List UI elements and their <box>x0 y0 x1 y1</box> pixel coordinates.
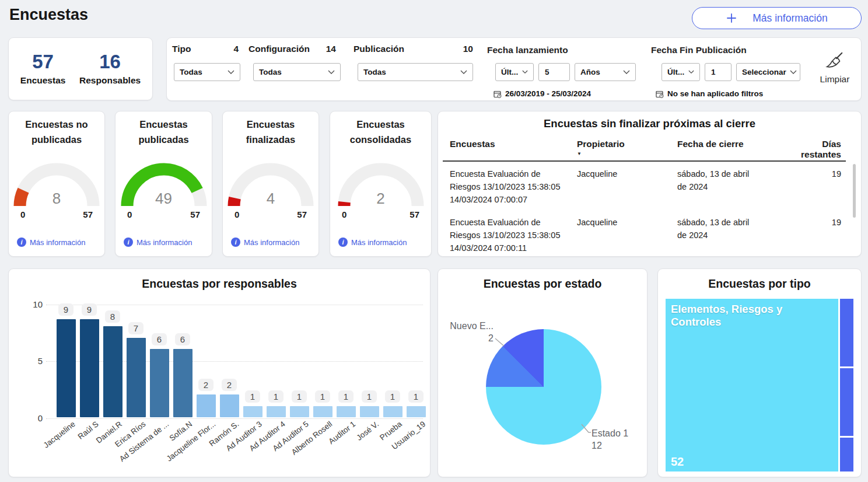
fecha-lanzamiento-number-input[interactable]: 5 <box>538 63 570 81</box>
gauge-card-publicadas: Encuestas publicadas 49 0 57 i Más infor… <box>115 111 212 257</box>
info-icon: i <box>231 237 240 247</box>
filter-bar: Tipo 4 Todas Configuración 14 Todas Publ… <box>166 37 862 101</box>
bar-value-chip: 8 <box>105 310 120 323</box>
bar-chart-card: Encuestas por responsables 10 5 0 9Jacqu… <box>8 268 430 477</box>
bar[interactable] <box>407 406 426 418</box>
filter-tipo: Tipo 4 <box>172 44 239 54</box>
sort-descending-icon: ▼ <box>577 151 677 156</box>
bar[interactable] <box>243 406 262 418</box>
bar-column: 1Prueba <box>381 303 404 417</box>
column-header-propietario[interactable]: Propietario ▼ <box>577 139 677 160</box>
bar[interactable] <box>383 406 402 418</box>
chevron-down-icon <box>328 70 335 75</box>
table-card: Encuestas sin finalizar próximas al cier… <box>438 111 862 257</box>
column-header-fecha[interactable]: Fecha de cierre <box>677 139 782 160</box>
gauge-more-info-link[interactable]: i Más información <box>124 237 192 247</box>
y-axis-tick: 0 <box>23 413 43 423</box>
table-row: Encuesta Evaluación de Riesgos 13/10/202… <box>450 165 841 214</box>
pie-chart-title: Encuestas por estado <box>438 277 647 291</box>
filter-publicacion-count: 10 <box>463 44 473 54</box>
bar[interactable] <box>360 406 379 418</box>
fecha-fin-mode-dropdown[interactable]: Últ... <box>662 63 700 81</box>
bar[interactable] <box>197 394 216 417</box>
filter-publicacion-label: Publicación <box>354 44 404 54</box>
bar[interactable] <box>103 326 123 417</box>
bar[interactable] <box>173 349 192 417</box>
chevron-down-icon <box>688 70 694 74</box>
bar-column: 1Ad Auditor 3 <box>241 303 264 417</box>
bar-value-chip: 9 <box>82 303 97 316</box>
category-label: José V. <box>355 420 380 442</box>
bar-value-chip: 1 <box>385 390 400 403</box>
table-row: Encuesta Evaluación de Riesgos 13/10/202… <box>450 214 841 256</box>
info-icon: i <box>17 237 26 247</box>
treemap-side-column <box>840 299 853 471</box>
pie-chart[interactable] <box>486 329 601 445</box>
gauge-max: 57 <box>297 209 307 219</box>
gauge-title: Encuestas finalizadas <box>223 117 318 147</box>
bar[interactable] <box>337 406 356 418</box>
table-title: Encuestas sin finalizar próximas al cier… <box>438 117 861 130</box>
gauge-value: 4 <box>223 190 318 208</box>
fecha-lanzamiento-range: 26/03/2019 - 25/03/2024 <box>494 89 591 98</box>
bar[interactable] <box>220 394 239 417</box>
bar-chart-title: Encuestas por responsables <box>9 277 430 291</box>
gauge-more-info-link[interactable]: i Más información <box>338 237 407 247</box>
bar[interactable] <box>290 406 309 418</box>
kpi-encuestas-value: 57 <box>20 50 66 74</box>
gauge-max: 57 <box>410 209 419 219</box>
fecha-fin-unit-dropdown[interactable]: Seleccionar <box>736 63 800 81</box>
limpiar-button[interactable]: Limpiar <box>812 51 858 85</box>
y-axis-tick: 5 <box>23 356 43 366</box>
gauge-value: 8 <box>9 190 104 208</box>
treemap-tile[interactable] <box>840 368 853 436</box>
treemap-tile[interactable] <box>840 438 853 471</box>
bar-value-chip: 1 <box>245 390 260 403</box>
y-axis-tick: 10 <box>23 299 43 309</box>
bar-column: 1Ad Auditor 4 <box>264 303 288 417</box>
bar-column: 6Sofía.N <box>171 303 194 417</box>
bar[interactable] <box>57 319 76 417</box>
filter-publicacion-dropdown[interactable]: Todas <box>358 63 473 81</box>
filter-configuracion: Configuración 14 <box>249 44 336 54</box>
filter-configuracion-dropdown[interactable]: Todas <box>253 63 341 81</box>
treemap: Elementos, Riesgos y Controles 52 <box>666 299 853 471</box>
gauge-title: Encuestas publicadas <box>116 117 212 147</box>
chevron-down-icon <box>522 70 528 74</box>
fecha-lanzamiento-unit-dropdown[interactable]: Años <box>575 63 636 81</box>
treemap-tile[interactable] <box>840 299 853 366</box>
column-header-dias[interactable]: Días restantes <box>782 139 841 160</box>
gauge-card-consolidadas: Encuestas consolidadas 2 0 57 i Más info… <box>330 111 432 257</box>
calendar-icon <box>656 90 664 98</box>
bar[interactable] <box>127 338 146 418</box>
kpi-responsables-value: 16 <box>79 50 141 74</box>
bar[interactable] <box>313 406 332 418</box>
gauge-min: 0 <box>235 209 239 219</box>
filter-tipo-dropdown[interactable]: Todas <box>174 63 240 81</box>
fecha-fin-number-input[interactable]: 1 <box>705 63 732 81</box>
gauge-more-info-link[interactable]: i Más información <box>231 237 299 247</box>
gauge-more-info-link[interactable]: i Más información <box>17 237 85 247</box>
more-info-button[interactable]: Más información <box>692 7 862 29</box>
gauge-value: 2 <box>330 190 431 208</box>
bar[interactable] <box>80 319 99 417</box>
table-scrollbar[interactable] <box>853 164 856 218</box>
gauge-max: 57 <box>190 209 200 219</box>
limpiar-label: Limpiar <box>812 74 858 85</box>
table-header: Encuestas Propietario ▼ Fecha de cierre … <box>450 139 841 160</box>
kpi-responsables: 16 Responsables <box>79 50 141 86</box>
column-header-encuestas[interactable]: Encuestas <box>450 139 577 160</box>
table-body: Encuesta Evaluación de Riesgos 13/10/202… <box>450 165 841 256</box>
bar-value-chip: 1 <box>268 390 284 403</box>
treemap-tile-main[interactable]: Elementos, Riesgos y Controles 52 <box>666 299 838 471</box>
treemap-card: Encuestas por tipo Elementos, Riesgos y … <box>657 268 862 477</box>
bar-value-chip: 2 <box>198 379 214 391</box>
category-label: Jacqueline <box>42 420 77 450</box>
fecha-lanzamiento-mode-dropdown[interactable]: Últ... <box>495 63 534 81</box>
bar[interactable] <box>267 406 286 418</box>
bar-column: 8Daniel.R <box>101 303 124 417</box>
bar[interactable] <box>150 349 169 417</box>
bar-value-chip: 1 <box>408 390 424 403</box>
bar-value-chip: 7 <box>128 322 144 334</box>
kpi-encuestas: 57 Encuestas <box>20 50 66 86</box>
